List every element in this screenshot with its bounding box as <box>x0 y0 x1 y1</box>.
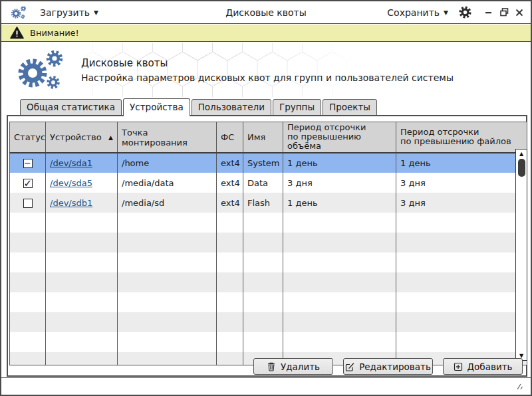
device-link[interactable]: /dev/sda1 <box>50 158 92 168</box>
app-window: Загрузить ▼ Дисковые квоты Сохранить ▼ <box>0 0 532 396</box>
grace-volume-cell: 1 день <box>283 153 396 173</box>
resize-grip[interactable] <box>515 383 523 390</box>
plus-square-icon <box>454 362 463 371</box>
titlebar: Загрузить ▼ Дисковые квоты Сохранить ▼ <box>1 1 531 24</box>
vertical-scrollbar[interactable]: ▲ ▼ <box>515 149 527 361</box>
module-gears-icon <box>12 49 73 92</box>
grace-files-cell: 3 дня <box>396 193 527 213</box>
fs-cell: ext4 <box>217 153 243 173</box>
mount-point-cell: /home <box>118 153 217 173</box>
action-buttons: Удалить Редактировать Добавить <box>253 358 523 375</box>
row-checkbox-indeterminate[interactable]: − <box>23 159 33 168</box>
module-header: Дисковые квоты Настройка параметров диск… <box>1 43 531 98</box>
tab-projects[interactable]: Проекты <box>323 99 377 116</box>
grace-files-cell: 1 день <box>396 153 527 173</box>
edit-icon <box>345 362 354 371</box>
trash-icon <box>267 362 276 371</box>
mount-point-cell: /media/data <box>118 173 217 193</box>
hexagon-pattern-decoration <box>78 43 354 97</box>
column-header-fs[interactable]: ФС <box>217 122 243 153</box>
column-header-name[interactable]: Имя <box>243 122 283 153</box>
mount-point-cell: /media/sd <box>118 193 217 213</box>
device-link[interactable]: /dev/sdb1 <box>50 198 92 208</box>
module-subtitle: Настройка параметров дисковых квот для г… <box>81 72 454 83</box>
row-checkbox-unchecked[interactable] <box>23 199 33 208</box>
devices-panel: Статус Устройство ▲ Точка монтирования Ф… <box>7 115 527 377</box>
scrollbar-thumb[interactable] <box>518 159 525 177</box>
tab-general-statistics[interactable]: Общая статистика <box>20 99 122 116</box>
fs-cell: ext4 <box>217 173 243 193</box>
grace-files-cell: 3 дня <box>396 173 527 193</box>
grace-volume-cell: 1 день <box>283 193 396 213</box>
name-cell: Data <box>243 173 283 193</box>
sort-ascending-icon: ▲ <box>108 134 113 141</box>
name-cell: Flash <box>243 193 283 213</box>
table-empty-rows <box>10 213 527 365</box>
column-header-device[interactable]: Устройство ▲ <box>46 122 118 153</box>
grace-volume-cell: 3 дня <box>283 173 396 193</box>
devices-table: Статус Устройство ▲ Точка монтирования Ф… <box>9 122 527 365</box>
tab-devices[interactable]: Устройства <box>123 98 190 116</box>
table-row[interactable]: − /dev/sda1 /home ext4 System 1 день 1 д… <box>10 153 527 173</box>
warning-triangle-icon <box>10 27 24 39</box>
table-row[interactable]: ✓ /dev/sda5 /media/data ext4 Data 3 дня … <box>10 173 527 193</box>
tab-bar: Общая статистика Устройства Пользователи… <box>20 98 378 116</box>
tab-groups[interactable]: Группы <box>273 99 321 116</box>
column-header-status[interactable]: Статус <box>10 122 46 153</box>
warning-banner: Внимание! <box>1 25 531 42</box>
tab-users[interactable]: Пользователи <box>192 99 271 116</box>
window-title: Дисковые квоты <box>1 7 531 18</box>
delete-button[interactable]: Удалить <box>253 358 333 375</box>
edit-button[interactable]: Редактировать <box>343 358 433 375</box>
column-header-grace-files[interactable]: Период отсрочки по превышению файлов <box>396 122 527 153</box>
status-bar <box>1 377 531 395</box>
add-button[interactable]: Добавить <box>443 358 523 375</box>
device-link[interactable]: /dev/sda5 <box>50 178 92 188</box>
scroll-up-button[interactable]: ▲ <box>516 149 527 158</box>
warning-banner-text: Внимание! <box>30 28 79 38</box>
row-checkbox-checked[interactable]: ✓ <box>23 179 33 188</box>
fs-cell: ext4 <box>217 193 243 213</box>
table-header-row: Статус Устройство ▲ Точка монтирования Ф… <box>10 122 527 153</box>
column-header-grace-volume[interactable]: Период отсрочки по превышению объёма <box>283 122 396 153</box>
table-row[interactable]: /dev/sdb1 /media/sd ext4 Flash 1 день 3 … <box>10 193 527 213</box>
module-title: Дисковые квоты <box>81 57 168 69</box>
column-header-mount-point[interactable]: Точка монтирования <box>118 122 217 153</box>
name-cell: System <box>243 153 283 173</box>
